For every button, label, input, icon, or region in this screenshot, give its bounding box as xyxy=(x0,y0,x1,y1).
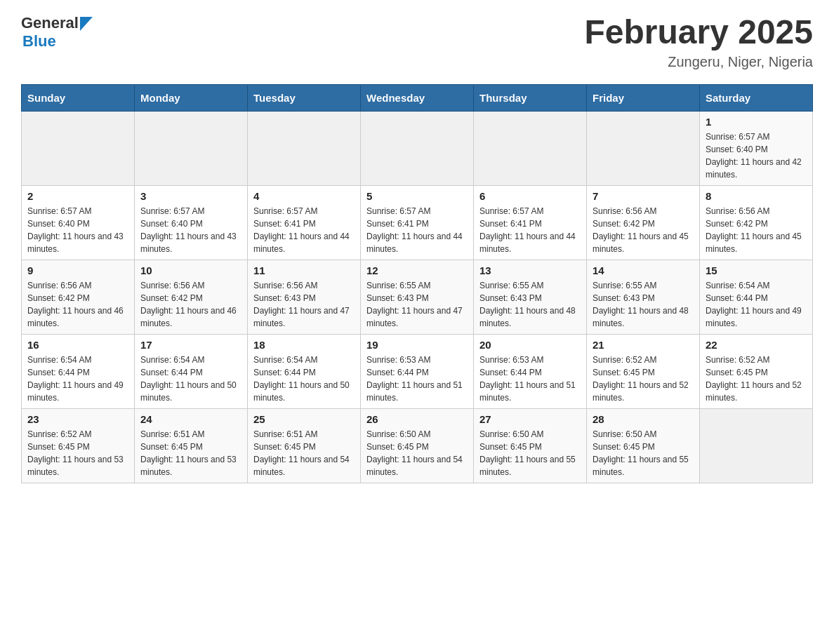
calendar-cell: 17Sunrise: 6:54 AMSunset: 6:44 PMDayligh… xyxy=(135,334,248,408)
day-number: 4 xyxy=(253,190,355,202)
day-info: Sunrise: 6:56 AMSunset: 6:43 PMDaylight:… xyxy=(253,279,355,330)
week-row-1: 1Sunrise: 6:57 AMSunset: 6:40 PMDaylight… xyxy=(22,111,813,185)
calendar-cell: 4Sunrise: 6:57 AMSunset: 6:41 PMDaylight… xyxy=(248,185,361,260)
calendar-cell: 7Sunrise: 6:56 AMSunset: 6:42 PMDaylight… xyxy=(587,185,700,260)
day-number: 23 xyxy=(27,413,128,425)
calendar-cell xyxy=(22,111,135,185)
day-info: Sunrise: 6:53 AMSunset: 6:44 PMDaylight:… xyxy=(479,354,581,404)
calendar-cell xyxy=(587,111,700,185)
calendar-cell: 22Sunrise: 6:52 AMSunset: 6:45 PMDayligh… xyxy=(700,334,813,408)
day-info: Sunrise: 6:54 AMSunset: 6:44 PMDaylight:… xyxy=(140,354,241,404)
day-number: 3 xyxy=(140,190,241,202)
calendar-cell: 1Sunrise: 6:57 AMSunset: 6:40 PMDaylight… xyxy=(700,111,813,185)
day-info: Sunrise: 6:57 AMSunset: 6:41 PMDaylight:… xyxy=(479,205,581,255)
day-number: 10 xyxy=(140,264,241,276)
day-number: 12 xyxy=(366,264,468,276)
day-number: 14 xyxy=(593,264,694,276)
day-info: Sunrise: 6:57 AMSunset: 6:40 PMDaylight:… xyxy=(706,130,807,181)
calendar-cell xyxy=(248,111,361,185)
day-header-saturday: Saturday xyxy=(700,84,813,111)
day-number: 20 xyxy=(479,339,581,351)
calendar-cell xyxy=(474,111,587,185)
calendar-cell: 5Sunrise: 6:57 AMSunset: 6:41 PMDaylight… xyxy=(361,185,474,260)
calendar-body: 1Sunrise: 6:57 AMSunset: 6:40 PMDaylight… xyxy=(22,111,813,483)
location-text: Zungeru, Niger, Nigeria xyxy=(584,54,813,70)
day-number: 25 xyxy=(253,413,355,425)
calendar-cell: 27Sunrise: 6:50 AMSunset: 6:45 PMDayligh… xyxy=(474,408,587,483)
day-number: 1 xyxy=(706,116,807,128)
day-number: 15 xyxy=(706,264,807,276)
calendar-cell: 3Sunrise: 6:57 AMSunset: 6:40 PMDaylight… xyxy=(135,185,248,260)
week-row-3: 9Sunrise: 6:56 AMSunset: 6:42 PMDaylight… xyxy=(22,260,813,334)
day-header-sunday: Sunday xyxy=(22,84,135,111)
day-info: Sunrise: 6:56 AMSunset: 6:42 PMDaylight:… xyxy=(593,205,694,255)
logo-blue-text: Blue xyxy=(22,32,56,50)
calendar-cell: 12Sunrise: 6:55 AMSunset: 6:43 PMDayligh… xyxy=(361,260,474,334)
day-info: Sunrise: 6:55 AMSunset: 6:43 PMDaylight:… xyxy=(593,279,694,330)
calendar-table: SundayMondayTuesdayWednesdayThursdayFrid… xyxy=(21,84,813,483)
calendar-cell: 19Sunrise: 6:53 AMSunset: 6:44 PMDayligh… xyxy=(361,334,474,408)
day-info: Sunrise: 6:50 AMSunset: 6:45 PMDaylight:… xyxy=(593,428,694,478)
calendar-cell: 13Sunrise: 6:55 AMSunset: 6:43 PMDayligh… xyxy=(474,260,587,334)
header-row: SundayMondayTuesdayWednesdayThursdayFrid… xyxy=(22,84,813,111)
day-number: 17 xyxy=(140,339,241,351)
day-info: Sunrise: 6:56 AMSunset: 6:42 PMDaylight:… xyxy=(27,279,128,330)
day-info: Sunrise: 6:54 AMSunset: 6:44 PMDaylight:… xyxy=(253,354,355,404)
calendar-cell: 28Sunrise: 6:50 AMSunset: 6:45 PMDayligh… xyxy=(587,408,700,483)
day-number: 28 xyxy=(593,413,694,425)
svg-marker-0 xyxy=(80,17,93,31)
week-row-5: 23Sunrise: 6:52 AMSunset: 6:45 PMDayligh… xyxy=(22,408,813,483)
day-info: Sunrise: 6:50 AMSunset: 6:45 PMDaylight:… xyxy=(479,428,581,478)
day-info: Sunrise: 6:54 AMSunset: 6:44 PMDaylight:… xyxy=(706,279,807,330)
calendar-cell: 10Sunrise: 6:56 AMSunset: 6:42 PMDayligh… xyxy=(135,260,248,334)
calendar-cell: 21Sunrise: 6:52 AMSunset: 6:45 PMDayligh… xyxy=(587,334,700,408)
week-row-2: 2Sunrise: 6:57 AMSunset: 6:40 PMDaylight… xyxy=(22,185,813,260)
day-info: Sunrise: 6:56 AMSunset: 6:42 PMDaylight:… xyxy=(140,279,241,330)
day-info: Sunrise: 6:52 AMSunset: 6:45 PMDaylight:… xyxy=(593,354,694,404)
calendar-cell: 23Sunrise: 6:52 AMSunset: 6:45 PMDayligh… xyxy=(22,408,135,483)
day-number: 21 xyxy=(593,339,694,351)
day-header-monday: Monday xyxy=(135,84,248,111)
day-number: 27 xyxy=(479,413,581,425)
day-info: Sunrise: 6:54 AMSunset: 6:44 PMDaylight:… xyxy=(27,354,128,404)
month-title: February 2025 xyxy=(584,14,813,51)
day-number: 8 xyxy=(706,190,807,202)
day-number: 19 xyxy=(366,339,468,351)
day-header-wednesday: Wednesday xyxy=(361,84,474,111)
calendar-cell: 9Sunrise: 6:56 AMSunset: 6:42 PMDaylight… xyxy=(22,260,135,334)
day-info: Sunrise: 6:57 AMSunset: 6:41 PMDaylight:… xyxy=(253,205,355,255)
day-number: 5 xyxy=(366,190,468,202)
calendar-cell: 24Sunrise: 6:51 AMSunset: 6:45 PMDayligh… xyxy=(135,408,248,483)
day-header-tuesday: Tuesday xyxy=(248,84,361,111)
day-info: Sunrise: 6:51 AMSunset: 6:45 PMDaylight:… xyxy=(140,428,241,478)
day-header-thursday: Thursday xyxy=(474,84,587,111)
day-info: Sunrise: 6:57 AMSunset: 6:40 PMDaylight:… xyxy=(27,205,128,255)
calendar-cell: 2Sunrise: 6:57 AMSunset: 6:40 PMDaylight… xyxy=(22,185,135,260)
week-row-4: 16Sunrise: 6:54 AMSunset: 6:44 PMDayligh… xyxy=(22,334,813,408)
calendar-cell: 16Sunrise: 6:54 AMSunset: 6:44 PMDayligh… xyxy=(22,334,135,408)
page-header: General Blue February 2025 Zungeru, Nige… xyxy=(21,14,813,70)
calendar-cell: 11Sunrise: 6:56 AMSunset: 6:43 PMDayligh… xyxy=(248,260,361,334)
day-info: Sunrise: 6:56 AMSunset: 6:42 PMDaylight:… xyxy=(706,205,807,255)
day-info: Sunrise: 6:52 AMSunset: 6:45 PMDaylight:… xyxy=(706,354,807,404)
day-number: 16 xyxy=(27,339,128,351)
calendar-cell: 26Sunrise: 6:50 AMSunset: 6:45 PMDayligh… xyxy=(361,408,474,483)
day-info: Sunrise: 6:55 AMSunset: 6:43 PMDaylight:… xyxy=(366,279,468,330)
logo-triangle-icon xyxy=(80,17,93,31)
day-info: Sunrise: 6:50 AMSunset: 6:45 PMDaylight:… xyxy=(366,428,468,478)
day-info: Sunrise: 6:57 AMSunset: 6:40 PMDaylight:… xyxy=(140,205,241,255)
day-number: 13 xyxy=(479,264,581,276)
calendar-cell xyxy=(135,111,248,185)
calendar-cell: 15Sunrise: 6:54 AMSunset: 6:44 PMDayligh… xyxy=(700,260,813,334)
day-number: 22 xyxy=(706,339,807,351)
logo-general-text: General xyxy=(21,14,79,32)
day-info: Sunrise: 6:55 AMSunset: 6:43 PMDaylight:… xyxy=(479,279,581,330)
day-info: Sunrise: 6:52 AMSunset: 6:45 PMDaylight:… xyxy=(27,428,128,478)
day-info: Sunrise: 6:57 AMSunset: 6:41 PMDaylight:… xyxy=(366,205,468,255)
day-info: Sunrise: 6:51 AMSunset: 6:45 PMDaylight:… xyxy=(253,428,355,478)
calendar-cell: 14Sunrise: 6:55 AMSunset: 6:43 PMDayligh… xyxy=(587,260,700,334)
calendar-cell: 25Sunrise: 6:51 AMSunset: 6:45 PMDayligh… xyxy=(248,408,361,483)
calendar-cell: 18Sunrise: 6:54 AMSunset: 6:44 PMDayligh… xyxy=(248,334,361,408)
title-section: February 2025 Zungeru, Niger, Nigeria xyxy=(584,14,813,70)
logo: General Blue xyxy=(21,14,93,51)
